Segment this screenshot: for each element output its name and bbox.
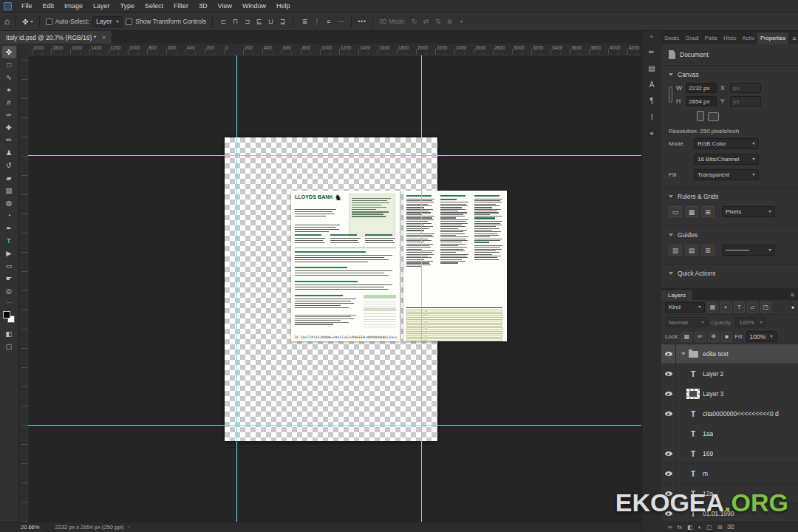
- menu-edit[interactable]: Edit: [38, 2, 60, 10]
- dodge-tool[interactable]: ◔: [2, 209, 16, 222]
- canvas-width-input[interactable]: [686, 83, 717, 93]
- distribute-horizontally-icon[interactable]: ≣: [300, 18, 310, 25]
- character-panel-icon[interactable]: A: [649, 81, 655, 89]
- show-transform-checkbox[interactable]: [126, 18, 132, 25]
- clear-guides-icon[interactable]: ⊞: [701, 245, 715, 256]
- 3d-drag-icon[interactable]: ⇅: [433, 18, 443, 25]
- menu-image[interactable]: Image: [59, 2, 88, 10]
- paragraph-panel-icon[interactable]: ¶: [649, 97, 653, 105]
- path-selection-tool[interactable]: ▶: [2, 247, 16, 259]
- new-adjustment-layer-icon[interactable]: ◐: [698, 524, 702, 531]
- panel-tab-swatc[interactable]: Swatc: [661, 33, 682, 44]
- toggle-grid-icon[interactable]: ▦: [685, 206, 698, 217]
- landscape-orientation-button[interactable]: [708, 112, 719, 121]
- tool-preset-picker[interactable]: ✜: [22, 18, 33, 26]
- group-expand-icon[interactable]: [681, 352, 686, 355]
- new-guide-layout-icon[interactable]: ▥: [669, 245, 682, 256]
- status-options-icon[interactable]: ›: [128, 524, 130, 531]
- clone-source-panel-icon[interactable]: ⌖: [649, 129, 654, 138]
- align-more-options-icon[interactable]: ⋯: [335, 18, 345, 25]
- menu-type[interactable]: Type: [115, 2, 140, 10]
- color-swatches[interactable]: [3, 311, 15, 323]
- horizontal-ruler[interactable]: 2000180016001400120010008006004002000200…: [28, 44, 641, 55]
- layer-visibility-toggle[interactable]: [661, 364, 676, 383]
- brush-tool[interactable]: ✏: [2, 134, 16, 146]
- quick-actions-section-header[interactable]: Quick Actions: [661, 265, 798, 279]
- blend-mode-dropdown[interactable]: Normal: [665, 317, 708, 327]
- lock-guides-icon[interactable]: ▤: [685, 245, 698, 256]
- menu-file[interactable]: File: [16, 2, 38, 10]
- clone-stamp-tool[interactable]: ♟: [2, 146, 16, 159]
- align-vertical-centers-icon[interactable]: ⊔: [266, 18, 276, 25]
- blur-tool[interactable]: ◍: [2, 197, 16, 209]
- guides-section-header[interactable]: Guides: [661, 226, 798, 241]
- filter-shape-layers-icon[interactable]: ▱: [747, 302, 758, 313]
- home-icon[interactable]: ⌂: [4, 16, 10, 27]
- lock-image-pixels-icon[interactable]: ✏: [695, 332, 706, 342]
- 3d-rotate-icon[interactable]: ↻: [409, 18, 419, 25]
- screen-mode-icon[interactable]: ▢: [2, 340, 16, 352]
- horizontal-guide[interactable]: [28, 155, 641, 156]
- auto-select-target-dropdown[interactable]: Layer: [92, 16, 123, 27]
- align-right-edges-icon[interactable]: ⊐: [242, 18, 252, 25]
- rulers-grids-section-header[interactable]: Rulers & Grids: [661, 188, 798, 202]
- kind-filter-dropdown[interactable]: Kind: [665, 302, 705, 313]
- marquee-tool[interactable]: □: [2, 58, 16, 71]
- pen-tool[interactable]: ✒: [2, 222, 16, 234]
- layer-filter-toggle[interactable]: ●: [791, 304, 794, 310]
- layers-menu-icon[interactable]: ≡: [787, 291, 798, 300]
- panel-menu-icon[interactable]: ≡: [788, 35, 798, 44]
- fill-opacity-dropdown[interactable]: 100%: [746, 331, 777, 342]
- layer-visibility-toggle[interactable]: [661, 444, 676, 463]
- layer-visibility-toggle[interactable]: [661, 384, 676, 403]
- glyphs-panel-icon[interactable]: ſ: [651, 113, 652, 121]
- canvas-section-header[interactable]: Canvas: [661, 66, 798, 81]
- type-tool[interactable]: T: [2, 234, 16, 247]
- menu-view[interactable]: View: [213, 2, 237, 10]
- ruler-units-dropdown[interactable]: Pixels: [722, 206, 775, 217]
- align-bottom-edges-icon[interactable]: ⊒: [278, 18, 287, 25]
- document-tab[interactable]: Italy id.psd @ 20.7% (RGB/16) * ×: [0, 31, 112, 44]
- portrait-orientation-button[interactable]: [697, 111, 704, 121]
- quick-selection-tool[interactable]: ✶: [2, 83, 16, 96]
- bit-depth-dropdown[interactable]: 16 Bits/Channel: [694, 154, 759, 165]
- healing-brush-tool[interactable]: ✚: [2, 121, 16, 134]
- vertical-guide[interactable]: [236, 55, 237, 522]
- collapse-panels-icon[interactable]: «: [650, 33, 653, 40]
- layer-row-1aa[interactable]: T1aa: [661, 424, 798, 444]
- snap-options-icon[interactable]: ⊞: [701, 206, 715, 217]
- quick-mask-mode-icon[interactable]: ◧: [2, 327, 16, 340]
- 3d-scale-icon[interactable]: ⌖: [457, 18, 466, 26]
- menu-3d[interactable]: 3D: [194, 2, 213, 10]
- lock-position-icon[interactable]: ✜: [708, 332, 719, 342]
- delete-layer-icon[interactable]: ⌧: [728, 524, 734, 531]
- lock-all-icon[interactable]: ■: [721, 332, 732, 342]
- history-brush-tool[interactable]: ↺: [2, 159, 16, 171]
- toggle-rulers-icon[interactable]: ▭: [669, 206, 682, 217]
- filter-adjustment-layers-icon[interactable]: ◐: [720, 302, 732, 313]
- vertical-ruler[interactable]: [18, 55, 28, 522]
- zoom-level-field[interactable]: 20.66%: [21, 524, 39, 531]
- align-horizontal-centers-icon[interactable]: ⊓: [231, 18, 240, 25]
- layer-visibility-toggle[interactable]: [661, 464, 676, 483]
- lasso-tool[interactable]: ∿: [2, 71, 16, 83]
- gradient-tool[interactable]: ▧: [2, 184, 16, 197]
- distribute-spacing-icon[interactable]: ≡: [324, 18, 333, 25]
- add-layer-mask-icon[interactable]: ◧: [687, 524, 693, 531]
- color-mode-dropdown[interactable]: RGB Color: [694, 138, 759, 149]
- layer-row-layer-2[interactable]: TLayer 2: [661, 364, 798, 384]
- align-left-edges-icon[interactable]: ⊏: [219, 18, 228, 25]
- hand-tool[interactable]: ☛: [2, 272, 16, 284]
- foreground-color[interactable]: [3, 311, 10, 318]
- menu-select[interactable]: Select: [140, 2, 168, 10]
- menu-help[interactable]: Help: [271, 2, 296, 10]
- layer-row-m[interactable]: Tm: [661, 464, 798, 484]
- crop-tool[interactable]: #: [2, 96, 16, 109]
- eraser-tool[interactable]: ▰: [2, 171, 16, 184]
- lock-transparent-pixels-icon[interactable]: ▦: [681, 332, 692, 342]
- vertical-guide[interactable]: [421, 55, 422, 522]
- shape-tool[interactable]: ▭: [2, 259, 16, 272]
- move-tool[interactable]: ✜: [2, 46, 16, 58]
- menu-filter[interactable]: Filter: [168, 2, 194, 10]
- canvas-area[interactable]: LLOYDS BANK ♞ Tk IDvTIPIs: [28, 55, 641, 522]
